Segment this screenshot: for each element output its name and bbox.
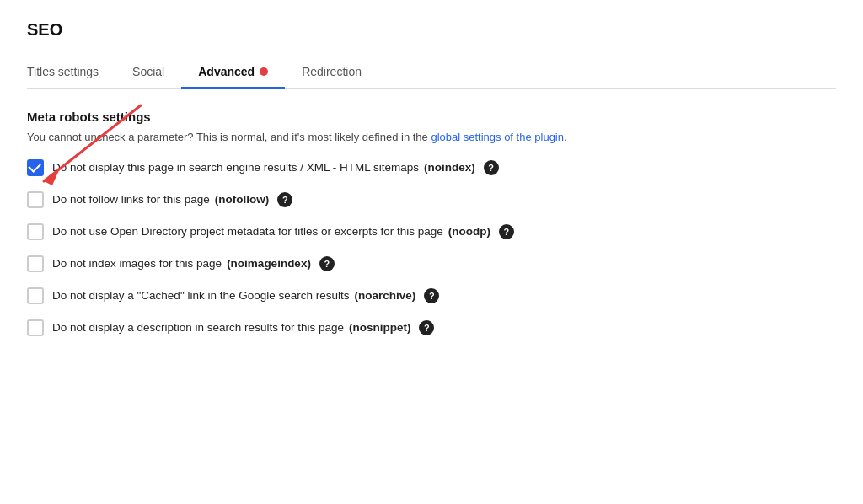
section-description: You cannot uncheck a parameter? This is … (27, 129, 836, 146)
page-title: SEO (27, 20, 836, 40)
content-area: Meta robots settings You cannot uncheck … (27, 110, 836, 336)
checkbox-noarchive[interactable] (27, 287, 44, 304)
tab-social[interactable]: Social (115, 56, 181, 89)
checkbox-noindex[interactable] (27, 159, 44, 176)
help-icon-nofollow[interactable]: ? (277, 192, 292, 207)
help-icon-noodp[interactable]: ? (499, 224, 514, 239)
checkbox-nofollow[interactable] (27, 191, 44, 208)
checkbox-label-noarchive[interactable]: Do not display a "Cached" link in the Go… (52, 289, 415, 302)
help-icon-noarchive[interactable]: ? (424, 288, 439, 303)
checkbox-row-noimageindex: Do not index images for this page (noima… (27, 255, 836, 272)
checkbox-label-noodp[interactable]: Do not use Open Directory project metada… (52, 225, 490, 238)
checkbox-row-noodp: Do not use Open Directory project metada… (27, 223, 836, 240)
tab-titles[interactable]: Titles settings (27, 56, 115, 89)
checkbox-label-noimageindex[interactable]: Do not index images for this page (noima… (52, 257, 311, 270)
section-title: Meta robots settings (27, 110, 836, 124)
tab-notification-dot (260, 67, 268, 76)
tab-bar: Titles settings Social Advanced Redirect… (27, 56, 836, 89)
checkbox-row-noarchive: Do not display a "Cached" link in the Go… (27, 287, 836, 304)
help-icon-noimageindex[interactable]: ? (319, 256, 335, 271)
tab-advanced[interactable]: Advanced (181, 56, 285, 89)
checkbox-noodp[interactable] (27, 223, 44, 240)
checkboxes-container: Do not display this page in search engin… (27, 159, 836, 336)
checkbox-label-nofollow[interactable]: Do not follow links for this page (nofol… (52, 193, 269, 206)
checkbox-noimageindex[interactable] (27, 255, 44, 272)
tab-redirection[interactable]: Redirection (285, 56, 378, 89)
help-icon-nosnippet[interactable]: ? (419, 320, 434, 335)
global-settings-link[interactable]: global settings of the plugin. (431, 131, 566, 143)
help-icon-noindex[interactable]: ? (484, 160, 499, 175)
checkbox-row-nofollow: Do not follow links for this page (nofol… (27, 191, 836, 208)
checkbox-nosnippet[interactable] (27, 319, 44, 336)
checkbox-row-noindex: Do not display this page in search engin… (27, 159, 836, 176)
checkbox-label-noindex[interactable]: Do not display this page in search engin… (52, 161, 475, 174)
checkbox-row-nosnippet: Do not display a description in search r… (27, 319, 836, 336)
checkbox-label-nosnippet[interactable]: Do not display a description in search r… (52, 321, 410, 334)
